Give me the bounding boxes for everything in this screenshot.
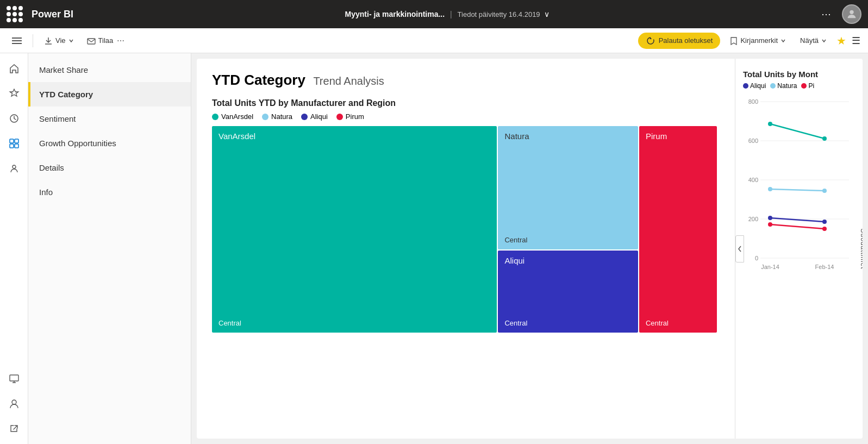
- nav-label-sentiment: Sentiment: [39, 114, 76, 123]
- svg-rect-1: [12, 37, 22, 39]
- chart2-title: Total Units by Mont: [743, 70, 855, 79]
- favorites-icon[interactable]: [3, 83, 25, 104]
- main-area: Market Share YTD Category Sentiment Grow…: [0, 53, 868, 444]
- user-profile-icon[interactable]: [3, 393, 25, 415]
- treemap-middle-col: Natura Central Aliqui Central: [498, 126, 638, 333]
- svg-rect-3: [12, 43, 22, 44]
- external-link-icon[interactable]: [3, 418, 25, 440]
- show-button[interactable]: Näytä: [796, 34, 831, 47]
- report-name[interactable]: Myynti- ja markkinointima...: [345, 10, 445, 18]
- legend-dot-natura: [262, 114, 268, 120]
- svg-rect-6: [10, 139, 14, 143]
- nav-item-sentiment[interactable]: Sentiment: [28, 107, 191, 131]
- user-avatar[interactable]: [842, 4, 861, 24]
- svg-text:800: 800: [748, 98, 758, 105]
- chart2-dot-aliqui: [743, 83, 748, 89]
- svg-rect-9: [15, 144, 18, 148]
- treemap-natura-corner: Central: [504, 236, 527, 244]
- nav-label-info: Info: [39, 187, 53, 197]
- svg-point-26: [822, 189, 827, 193]
- svg-point-27: [768, 216, 772, 220]
- toolbar-right: Palauta oletukset Kirjanmerkit Näytä ★ ☰: [638, 33, 860, 49]
- suodattimet-label: Suodattimet: [859, 228, 863, 269]
- topbar: Power BI Myynti- ja markkinointima... | …: [0, 0, 868, 28]
- icon-sidebar: [0, 53, 28, 444]
- nav-label-growth-opportunities: Growth Opportunities: [39, 139, 116, 148]
- svg-point-10: [13, 165, 16, 168]
- chart2-legend-aliqui-label: Aliqui: [750, 82, 766, 90]
- chart2-dot-natura: [770, 83, 776, 89]
- nav-item-growth-opportunities[interactable]: Growth Opportunities: [28, 131, 191, 155]
- report-main-title: YTD Category: [212, 72, 305, 88]
- nav-item-market-share[interactable]: Market Share: [28, 58, 191, 82]
- treemap-natura-label: Natura: [498, 126, 638, 146]
- treemap-vanarsdel[interactable]: VanArsdel Central: [212, 126, 497, 333]
- svg-text:0: 0: [755, 255, 758, 261]
- restore-label: Palauta oletukset: [659, 36, 713, 45]
- legend-aliqui: Aliqui: [301, 112, 328, 121]
- legend-pirum: Pirum: [336, 112, 364, 121]
- more-options-icon[interactable]: ⋯: [821, 8, 831, 20]
- svg-rect-7: [15, 139, 18, 143]
- chart2-legend: Aliqui Natura Pi: [743, 82, 855, 90]
- chart2-legend-natura: Natura: [770, 82, 797, 90]
- nav-label-ytd-category: YTD Category: [39, 90, 93, 99]
- app-brand: Power BI: [32, 9, 73, 20]
- subscribe-label: Tilaa: [98, 36, 114, 45]
- nav-item-info[interactable]: Info: [28, 180, 191, 204]
- treemap-natura[interactable]: Natura Central: [498, 126, 638, 249]
- legend-label-vanarsdel: VanArsdel: [221, 112, 253, 121]
- treemap-vanarsdel-label: VanArsdel: [212, 126, 497, 146]
- legend-vanarsdel: VanArsdel: [212, 112, 253, 121]
- svg-point-30: [822, 227, 827, 231]
- svg-point-25: [768, 187, 772, 191]
- report-title-bar: Myynti- ja markkinointima... | Tiedot pä…: [80, 10, 815, 18]
- toolbar-more-icon[interactable]: ⋯: [117, 36, 124, 45]
- chart2-legend-pirum-label: Pi: [808, 82, 814, 90]
- monitor-icon[interactable]: [3, 368, 25, 390]
- treemap-aliqui[interactable]: Aliqui Central: [498, 251, 638, 333]
- nav-item-details[interactable]: Details: [28, 155, 191, 180]
- treemap-pirum[interactable]: Pirum Central: [639, 126, 717, 333]
- shared-icon[interactable]: [3, 158, 25, 179]
- legend-label-natura: Natura: [271, 112, 292, 121]
- report-content: YTD Category Trend Analysis Total Units …: [191, 53, 868, 444]
- collapse-panel-button[interactable]: [735, 235, 744, 262]
- treemap-chart[interactable]: VanArsdel Central Natura Central Aliqui …: [212, 126, 717, 333]
- recent-icon[interactable]: [3, 108, 25, 129]
- apps-icon[interactable]: [3, 133, 25, 154]
- legend-dot-aliqui: [301, 114, 308, 120]
- favorite-star-icon[interactable]: ★: [836, 34, 846, 47]
- chart2-legend-aliqui: Aliqui: [743, 82, 766, 90]
- svg-text:400: 400: [748, 177, 758, 183]
- chart2-dot-pirum: [801, 83, 807, 89]
- title-divider: |: [450, 10, 452, 18]
- svg-point-23: [768, 122, 772, 126]
- svg-rect-8: [10, 144, 14, 148]
- subscribe-button[interactable]: Tilaa ⋯: [83, 34, 129, 47]
- svg-text:600: 600: [748, 137, 758, 144]
- chevron-down-icon[interactable]: ∨: [544, 10, 549, 18]
- svg-text:200: 200: [748, 216, 758, 222]
- svg-rect-4: [88, 39, 95, 44]
- restore-defaults-button[interactable]: Palauta oletukset: [638, 33, 721, 49]
- home-icon[interactable]: [3, 58, 25, 79]
- list-view-icon[interactable]: ☰: [852, 35, 860, 47]
- bookmarks-button[interactable]: Kirjanmerkit: [726, 34, 790, 47]
- svg-rect-11: [10, 375, 18, 381]
- legend-label-aliqui: Aliqui: [310, 112, 328, 121]
- export-button[interactable]: Vie: [40, 34, 78, 47]
- nav-item-ytd-category[interactable]: YTD Category: [28, 82, 191, 107]
- toolbar: Vie Tilaa ⋯ Palauta oletukset Kirjanmerk…: [0, 28, 868, 53]
- chart1-title: Total Units YTD by Manufacturer and Regi…: [212, 98, 717, 108]
- right-panel: Total Units by Mont Aliqui Natura Pi: [735, 59, 863, 439]
- svg-point-0: [850, 10, 853, 14]
- line-chart-area: 800 600 400 200 0: [743, 94, 855, 428]
- apps-grid-icon[interactable]: [7, 6, 23, 22]
- chart2-legend-natura-label: Natura: [777, 82, 797, 90]
- hamburger-menu[interactable]: [8, 34, 26, 48]
- nav-label-details: Details: [39, 163, 64, 172]
- line-chart-svg: 800 600 400 200 0: [743, 94, 852, 301]
- treemap-aliqui-label: Aliqui: [498, 251, 638, 271]
- separator-1: [33, 34, 33, 47]
